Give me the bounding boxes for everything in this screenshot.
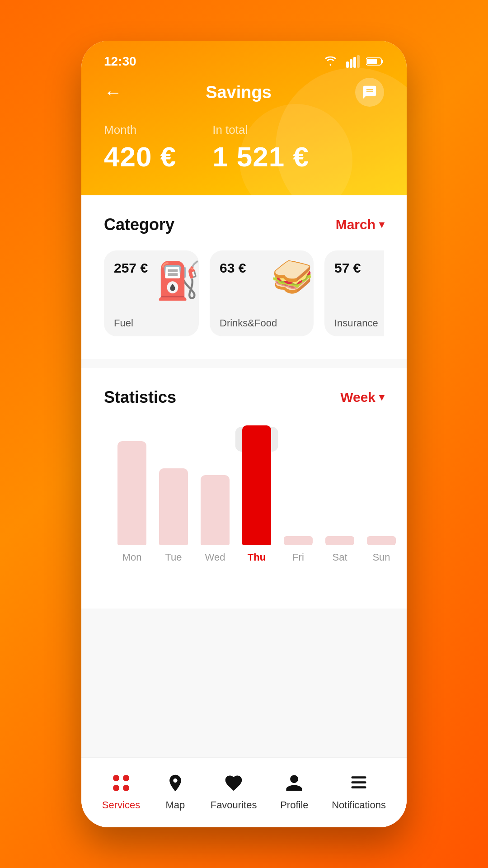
- svg-rect-8: [352, 781, 366, 783]
- bar-tue: Tue: [159, 468, 188, 563]
- category-section: Category March ▾ 257 € Fuel ⛽ 63 € Drink…: [81, 195, 407, 359]
- signal-icon: [346, 55, 360, 68]
- month-savings: Month 420 €: [104, 123, 176, 173]
- chat-button[interactable]: [355, 78, 384, 107]
- nav-item-map[interactable]: Map: [164, 771, 187, 811]
- food-name: Drinks&Food: [220, 317, 304, 329]
- main-content: Category March ▾ 257 € Fuel ⛽ 63 € Drink…: [81, 195, 407, 757]
- fuel-emoji: ⛽: [156, 259, 199, 302]
- bar-thu-fill: [242, 425, 271, 545]
- nav-item-favourites[interactable]: Favourites: [211, 771, 257, 811]
- svg-rect-6: [367, 59, 377, 64]
- phone-card: 12:30: [81, 41, 407, 827]
- bar-wed-fill: [201, 475, 230, 545]
- total-value: 1 521 €: [212, 141, 309, 173]
- chart-container: 92 € Mon Tue: [104, 423, 384, 586]
- bottom-nav: Services Map Favourites: [81, 757, 407, 827]
- bar-mon-fill: [117, 441, 146, 545]
- category-filter[interactable]: March ▾: [336, 217, 384, 232]
- header: 12:30: [81, 41, 407, 195]
- bar-tue-fill: [159, 468, 188, 545]
- bar-tue-label: Tue: [165, 552, 182, 563]
- svg-rect-3: [357, 55, 360, 68]
- bar-sun-label: Sun: [372, 552, 390, 563]
- bar-fri-fill: [284, 536, 313, 545]
- battery-icon: [366, 57, 384, 66]
- svg-rect-1: [350, 59, 352, 68]
- insurance-name: Insurance: [334, 317, 384, 329]
- services-icon: [109, 771, 133, 795]
- category-header: Category March ▾: [104, 215, 384, 234]
- statistics-section: Statistics Week ▾ 92 €: [81, 368, 407, 609]
- bar-sun-fill: [367, 536, 396, 545]
- chat-icon: [362, 85, 377, 100]
- statistics-header: Statistics Week ▾: [104, 388, 384, 407]
- map-icon: [164, 771, 187, 795]
- map-pin-icon: [165, 773, 185, 793]
- favourites-label: Favourites: [211, 799, 257, 811]
- svg-rect-7: [352, 776, 366, 778]
- notifications-label: Notifications: [332, 799, 386, 811]
- category-title: Category: [104, 215, 174, 234]
- favourites-icon: [222, 771, 245, 795]
- notifications-icon: [347, 771, 371, 795]
- status-bar: 12:30: [104, 41, 384, 78]
- svg-rect-0: [346, 61, 349, 68]
- bar-fri-label: Fri: [292, 552, 304, 563]
- profile-icon: [282, 771, 306, 795]
- person-icon: [284, 773, 304, 793]
- page-title: Savings: [206, 83, 272, 102]
- category-chevron-icon: ▾: [379, 219, 384, 231]
- category-card-food[interactable]: 63 € Drinks&Food 🥪: [210, 250, 314, 336]
- category-card-insurance[interactable]: 57 € Insurance: [324, 250, 384, 336]
- heart-icon: [224, 773, 244, 793]
- bar-wed: Wed: [201, 475, 230, 563]
- food-emoji: 🥪: [271, 257, 314, 297]
- map-label: Map: [166, 799, 185, 811]
- statistics-chevron-icon: ▾: [379, 392, 384, 403]
- category-card-fuel[interactable]: 257 € Fuel ⛽: [104, 250, 199, 336]
- bar-thu: Thu: [242, 425, 271, 563]
- bar-sat-fill: [325, 536, 354, 545]
- wifi-icon: [324, 55, 340, 68]
- profile-label: Profile: [280, 799, 308, 811]
- category-filter-label: March: [336, 217, 375, 232]
- nav-item-services[interactable]: Services: [102, 771, 140, 811]
- statistics-filter-label: Week: [340, 390, 375, 405]
- statistics-title: Statistics: [104, 388, 176, 407]
- status-time: 12:30: [104, 54, 136, 69]
- bar-sun: Sun: [367, 536, 396, 563]
- dot-1: [113, 775, 119, 781]
- bar-wed-label: Wed: [205, 552, 225, 563]
- svg-rect-9: [352, 786, 366, 788]
- bar-fri: Fri: [284, 536, 313, 563]
- dot-4: [123, 785, 129, 791]
- bar-mon: Mon: [117, 441, 146, 563]
- category-list: 257 € Fuel ⛽ 63 € Drinks&Food 🥪 57 € Ins…: [104, 250, 384, 341]
- top-nav-bar: ← Savings: [104, 78, 384, 107]
- status-icons: [324, 55, 384, 68]
- insurance-amount: 57 €: [334, 260, 384, 276]
- back-button[interactable]: ←: [104, 83, 122, 101]
- statistics-filter[interactable]: Week ▾: [340, 390, 384, 405]
- list-icon: [349, 773, 369, 793]
- bar-sat: Sat: [325, 536, 354, 563]
- services-dots-grid: [113, 775, 129, 791]
- chart-bars: Mon Tue Wed Thu: [104, 428, 384, 563]
- services-label: Services: [102, 799, 140, 811]
- svg-rect-5: [381, 60, 383, 63]
- nav-item-profile[interactable]: Profile: [280, 771, 308, 811]
- total-label: In total: [212, 123, 309, 137]
- dot-2: [123, 775, 129, 781]
- bar-mon-label: Mon: [122, 552, 142, 563]
- bar-thu-label: Thu: [248, 552, 266, 563]
- nav-item-notifications[interactable]: Notifications: [332, 771, 386, 811]
- svg-rect-2: [353, 57, 356, 68]
- bar-sat-label: Sat: [332, 552, 347, 563]
- total-savings: In total 1 521 €: [212, 123, 309, 173]
- savings-summary: Month 420 € In total 1 521 €: [104, 123, 384, 173]
- fuel-name: Fuel: [114, 317, 189, 329]
- month-value: 420 €: [104, 141, 176, 173]
- month-label: Month: [104, 123, 176, 137]
- dot-3: [113, 785, 119, 791]
